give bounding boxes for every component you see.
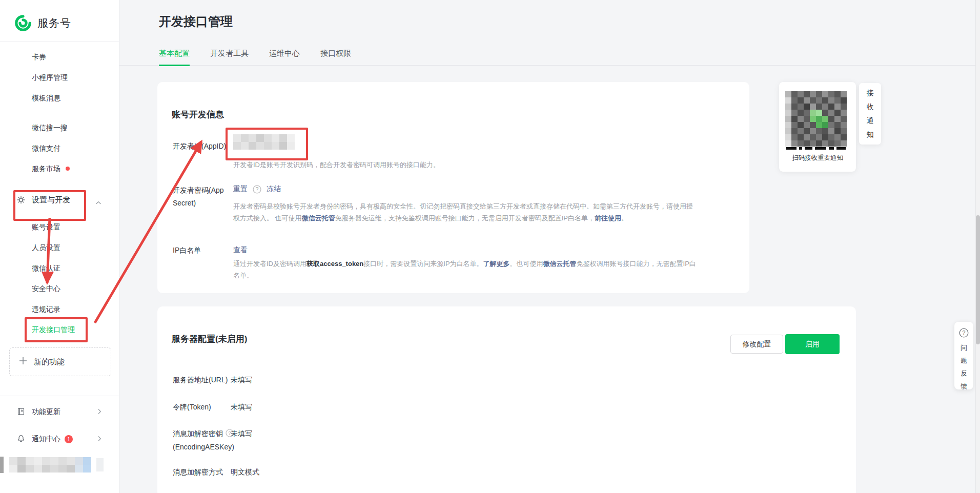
appid-label: 开发者ID(AppID)	[173, 140, 226, 153]
pixel	[798, 91, 804, 97]
card-title: 账号开发信息	[172, 109, 224, 120]
pixel	[810, 116, 816, 122]
pixel	[67, 465, 75, 473]
tab-item[interactable]: 运维中心	[269, 49, 300, 66]
pixel	[264, 142, 272, 150]
sidebar-item[interactable]: 微信搜一搜	[0, 117, 119, 138]
feedback-button[interactable]: ? 问题反馈	[954, 322, 973, 389]
pixel	[798, 104, 804, 110]
tab-item[interactable]: 接口权限	[320, 49, 351, 66]
pixel	[798, 128, 804, 134]
inline-link[interactable]: 了解更多	[483, 260, 510, 268]
red-dot-indicator	[66, 167, 70, 171]
ip-whitelist-view-link[interactable]: 查看	[233, 244, 248, 255]
sidebar-item[interactable]: 卡券	[0, 47, 119, 67]
field-label-text: 服务器地址(URL)	[173, 376, 228, 384]
pixel	[67, 457, 75, 465]
card-title: 服务器配置(未启用)	[172, 333, 247, 345]
reset-appsecret-link[interactable]: 重置	[233, 184, 248, 194]
sidebar-item[interactable]: 安全中心	[0, 278, 119, 299]
sidebar-item-label: 通知中心	[0, 435, 60, 444]
pixel	[279, 142, 287, 150]
sidebar-settings-children: 账号设置人员设置微信认证安全中心违规记录开发接口管理	[0, 217, 119, 340]
inline-link[interactable]: 获取access_token	[307, 260, 363, 268]
server-field-value: 未填写	[231, 427, 252, 440]
pixel	[804, 116, 810, 122]
pixel	[810, 104, 816, 110]
sidebar-item[interactable]: 服务市场	[0, 158, 119, 179]
pixel	[249, 142, 256, 150]
account-name-blurred[interactable]	[9, 457, 91, 473]
pixel	[9, 465, 17, 473]
inline-link[interactable]: 前往使用	[595, 214, 621, 222]
inline-link[interactable]: 微信云托管	[543, 260, 577, 268]
pixel	[834, 97, 841, 104]
pixel-row	[233, 134, 295, 142]
sidebar-item[interactable]: 人员设置	[0, 237, 119, 258]
pixel	[791, 104, 798, 110]
pixel	[816, 104, 822, 110]
sidebar-item[interactable]: 微信认证	[0, 258, 119, 278]
pixel	[816, 91, 822, 97]
modify-config-button[interactable]: 修改配置	[730, 335, 783, 354]
pixel	[841, 116, 847, 122]
sidebar-item[interactable]: 违规记录	[0, 299, 119, 319]
receive-notice-tab[interactable]: 接收通知	[859, 83, 881, 145]
appsecret-description: 开发者密码是校验账号开发者身份的密码，具有极高的安全性。切记勿把密码直接交给第三…	[233, 200, 697, 224]
scrollbar-thumb[interactable]	[976, 215, 980, 344]
pixel	[804, 104, 810, 110]
sidebar-item[interactable]: 模板消息	[0, 88, 119, 108]
account-avatar-blurred[interactable]	[0, 457, 4, 473]
qr-notify-card: 扫码接收重要通知	[779, 82, 856, 172]
sidebar-item[interactable]: 账号设置	[0, 217, 119, 237]
field-label-text: 令牌(Token)	[173, 403, 211, 411]
sidebar-item-feature-updates[interactable]: 功能更新	[0, 401, 119, 423]
pixel	[241, 142, 249, 150]
pixel	[810, 110, 816, 116]
vertical-char: 反	[961, 369, 967, 378]
tab-bar: 基本配置开发者工具运维中心接口权限	[159, 49, 351, 66]
pixel	[834, 116, 841, 122]
vertical-char: 收	[867, 102, 874, 112]
pixel	[58, 465, 67, 473]
tab-item[interactable]: 开发者工具	[210, 49, 249, 66]
pixel	[26, 465, 34, 473]
pixel	[264, 134, 272, 142]
freeze-appsecret-link[interactable]: 冻结	[267, 184, 281, 194]
pixel-row	[233, 142, 295, 150]
pixel	[834, 122, 841, 128]
help-circle-icon[interactable]: ?	[253, 185, 261, 194]
account-dev-info-card: 账号开发信息 开发者ID(AppID) 开发者ID是账号开发识别码，配合开发者密…	[157, 82, 749, 293]
vertical-char: 馈	[961, 382, 967, 391]
pixel	[841, 140, 847, 147]
scrollbar-track[interactable]	[975, 0, 980, 493]
sidebar-item-active[interactable]: 开发接口管理	[0, 319, 119, 340]
ip-whitelist-description: 通过开发者ID及密码调用获取access_token接口时，需要设置访问来源IP…	[233, 258, 697, 281]
pixel	[75, 457, 83, 465]
sidebar-item[interactable]: 小程序管理	[0, 67, 119, 88]
pixel	[287, 142, 295, 150]
pixel	[287, 134, 295, 142]
inline-link[interactable]: 微信云托管	[302, 214, 335, 222]
pixel	[834, 110, 841, 116]
pixel	[34, 457, 42, 465]
sidebar-item-settings-dev[interactable]: 设置与开发	[0, 188, 119, 212]
pixel	[822, 116, 828, 122]
pixel	[822, 110, 828, 116]
pixel-row	[785, 97, 847, 104]
sidebar-primary-nav: 卡券小程序管理模板消息	[0, 47, 119, 108]
tab-active[interactable]: 基本配置	[159, 49, 190, 66]
enable-button[interactable]: 启用	[785, 334, 840, 354]
sidebar-item[interactable]: 微信支付	[0, 138, 119, 158]
pixel	[828, 122, 834, 128]
pixel	[791, 91, 798, 97]
new-feature-button[interactable]: 新的功能	[9, 347, 111, 376]
pixel	[83, 457, 91, 465]
pixel	[828, 97, 834, 104]
divider	[0, 396, 119, 396]
sidebar-item-notification-center[interactable]: 通知中心 1	[0, 428, 119, 450]
pixel	[34, 465, 42, 473]
divider	[0, 42, 119, 42]
field-label-line2: (EncodingAESKey)	[173, 440, 244, 454]
pixel	[804, 140, 810, 147]
